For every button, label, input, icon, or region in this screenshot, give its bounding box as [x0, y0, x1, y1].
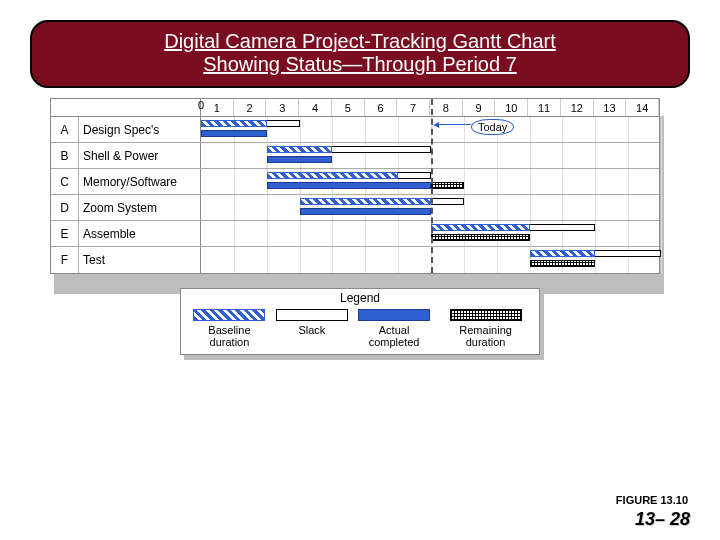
bar-baseline [431, 224, 530, 231]
legend-item-slack: Slack [276, 309, 348, 348]
page-number: 13– 28 [635, 509, 690, 530]
tick-2: 2 [234, 99, 267, 116]
swatch-slack [276, 309, 348, 321]
legend-title: Legend [189, 291, 531, 305]
task-name: Design Spec's [79, 117, 201, 142]
legend-item-baseline: Baseline duration [189, 309, 270, 348]
task-letter: D [51, 195, 79, 220]
bar-baseline [300, 198, 431, 205]
tick-1: 1 [201, 99, 234, 116]
tick-6: 6 [365, 99, 398, 116]
swatch-baseline [193, 309, 265, 321]
task-row-d: DZoom System [51, 195, 659, 221]
task-row-e: EAssemble [51, 221, 659, 247]
bar-actual [300, 208, 431, 215]
bar-baseline [267, 172, 398, 179]
tick-13: 13 [594, 99, 627, 116]
today-badge: Today [471, 119, 514, 135]
legend-label: Actual completed [354, 324, 434, 348]
bar-slack [332, 146, 431, 153]
tick-11: 11 [528, 99, 561, 116]
bar-remaining [431, 182, 464, 189]
task-name: Memory/Software [79, 169, 201, 194]
swatch-actual [358, 309, 430, 321]
task-letter: C [51, 169, 79, 194]
legend: Legend Baseline durationSlackActual comp… [180, 288, 540, 355]
title-banner: Digital Camera Project-Tracking Gantt Ch… [30, 20, 690, 88]
legend-label: Remaining duration [440, 324, 531, 348]
bar-slack [398, 172, 431, 179]
title-line1: Digital Camera Project-Tracking Gantt Ch… [42, 30, 678, 53]
bar-baseline [201, 120, 267, 127]
task-letter: F [51, 247, 79, 273]
bar-actual [201, 130, 267, 137]
bar-baseline [530, 250, 596, 257]
legend-label: Baseline duration [189, 324, 270, 348]
task-row-f: FTest [51, 247, 659, 273]
time-axis: 01234567891011121314 [51, 99, 659, 117]
task-row-b: BShell & Power [51, 143, 659, 169]
task-letter: E [51, 221, 79, 246]
bar-remaining [530, 260, 596, 267]
task-name: Test [79, 247, 201, 273]
bar-slack [595, 250, 661, 257]
bar-actual [267, 182, 431, 189]
title-line2: Showing Status—Through Period 7 [42, 53, 678, 76]
bar-slack [267, 120, 300, 127]
tick-14: 14 [626, 99, 659, 116]
bar-baseline [267, 146, 333, 153]
figure-label: FIGURE 13.10 [616, 494, 688, 506]
legend-item-remaining: Remaining duration [440, 309, 531, 348]
tick-3: 3 [266, 99, 299, 116]
tick-12: 12 [561, 99, 594, 116]
task-name: Assemble [79, 221, 201, 246]
tick-5: 5 [332, 99, 365, 116]
task-letter: B [51, 143, 79, 168]
gantt-chart: 01234567891011121314 ADesign Spec'sBShel… [50, 98, 690, 274]
tick-10: 10 [495, 99, 528, 116]
tick-7: 7 [397, 99, 430, 116]
task-name: Shell & Power [79, 143, 201, 168]
task-name: Zoom System [79, 195, 201, 220]
tick-4: 4 [299, 99, 332, 116]
bar-slack [530, 224, 596, 231]
swatch-remaining [450, 309, 522, 321]
bar-remaining [431, 234, 530, 241]
task-row-c: CMemory/Software [51, 169, 659, 195]
task-row-a: ADesign Spec's [51, 117, 659, 143]
task-letter: A [51, 117, 79, 142]
legend-label: Slack [276, 324, 348, 336]
legend-item-actual: Actual completed [354, 309, 434, 348]
tick-8: 8 [430, 99, 463, 116]
tick-9: 9 [463, 99, 496, 116]
bar-actual [267, 156, 333, 163]
bar-slack [431, 198, 464, 205]
